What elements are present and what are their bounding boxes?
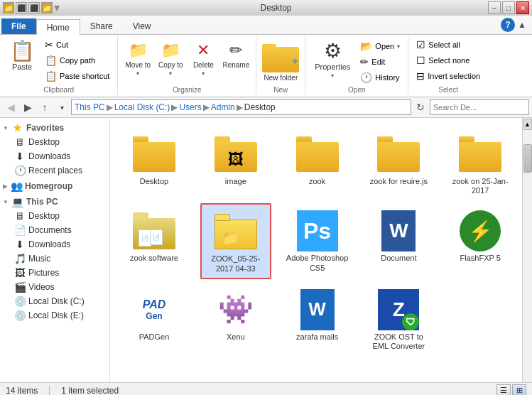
flashfxp-icon: ⚡ [457,208,503,254]
cut-button[interactable]: ✂ Cut [41,38,113,52]
copy-to-icon: 📁 [161,41,180,60]
open-btn-stack: ⚙ Properties ▾ [310,38,355,80]
sidebar-thispc-localdiskc[interactable]: 💿 Local Disk (C:) [0,294,109,308]
sidebar-item-recent[interactable]: 🕐 Recent places [0,163,109,178]
crumb-localdisk[interactable]: Local Disk (C:) [114,102,170,112]
close-button[interactable]: ✕ [516,1,529,14]
help-button[interactable]: ? [501,18,515,32]
file-item-zarafa[interactable]: W zarafa mails [282,282,353,356]
file-item-flashfxp[interactable]: ⚡ FlashFXP 5 [445,203,516,278]
list-view-button[interactable]: ☰ [496,384,511,396]
tab-home[interactable]: Home [36,19,80,35]
file-item-xenu[interactable]: 👾 Xenu [200,282,271,356]
file-item-document[interactable]: W Document [363,203,434,278]
recent-locations-button[interactable]: ▾ [54,99,70,115]
sidebar-thispc-videos[interactable]: 🎬 Videos [0,280,109,294]
paste-shortcut-button[interactable]: 📋 Paste shortcut [41,69,113,83]
zarafa-file-label: zarafa mails [296,332,338,342]
sidebar-thispc-desktop[interactable]: 🖥 Desktop [0,209,109,223]
file-item-zook-ost[interactable]: Z 🛡 ZOOK OST to EML Converter [363,282,434,356]
collapse-ribbon-button[interactable]: ▲ [515,18,529,32]
quick-access-folder[interactable]: 📁 [41,2,53,13]
ribbon-tabs: File Home Share View [0,16,161,34]
scroll-thumb[interactable] [523,144,532,173]
file-item-desktop[interactable]: Desktop [119,126,190,200]
sidebar-thispc-documents[interactable]: 📄 Documents [0,223,109,237]
customize-arrow[interactable]: ▾ [54,2,60,13]
sep-4: ▶ [237,102,243,112]
crumb-admin[interactable]: Admin [211,102,235,112]
ribbon-group-open: ⚙ Properties ▾ 📂 Open ▾ ✏ Edit [305,36,408,95]
content-scrollbar[interactable]: ▲ [522,118,532,382]
sidebar-homegroup-label: Homegroup [25,181,72,191]
tab-view[interactable]: View [123,18,161,34]
properties-button[interactable]: ⚙ Properties ▾ [310,38,355,80]
tab-file[interactable]: File [1,18,36,34]
select-btns: ☑ Select all ☐ Select none ⊟ Invert sele… [413,38,484,83]
select-all-button[interactable]: ☑ Select all [413,38,484,52]
favorites-expand-arrow: ▼ [3,125,9,131]
title-bar: 📁 ⬛ ⬛ 📁 ▾ Desktop − □ ✕ [0,0,532,16]
quick-access-2[interactable]: ⬛ [28,2,40,13]
sidebar-homegroup-header[interactable]: ▶ 👥 Homegroup [0,179,109,193]
refresh-button[interactable]: ↻ [413,99,428,115]
maximize-button[interactable]: □ [502,1,515,14]
document-file-label: Document [381,254,416,263]
address-bar[interactable]: This PC ▶ Local Disk (C:) ▶ Users ▶ Admi… [71,99,411,115]
sidebar-thispc-localdiskie[interactable]: 💿 Local Disk (E:) [0,308,109,323]
padgen-file-label: PADGen [139,332,170,342]
crumb-thispc[interactable]: This PC [75,102,105,112]
history-button[interactable]: 🕐 History [357,70,403,85]
xenu-file-label: Xenu [227,332,245,342]
forward-button[interactable]: ▶ [20,99,36,115]
move-to-button[interactable]: 📁 Move to ▾ [122,38,153,85]
sep-1: ▶ [107,102,113,112]
localdiskc-label: Local Disk (C:) [28,296,85,306]
copy-path-button[interactable]: 📋 Copy path [41,53,113,67]
open-button[interactable]: 📂 Open ▾ [357,39,403,53]
file-item-image[interactable]: 🖼 image [200,126,271,200]
sidebar-thispc-pictures[interactable]: 🖼 Pictures [0,266,109,280]
paste-label: Paste [12,63,32,71]
edit-button[interactable]: ✏ Edit [357,55,403,69]
status-divider [49,386,50,396]
file-item-zook-software[interactable]: 📄 📄 zook software [119,203,190,278]
rename-button[interactable]: ✏ Rename [220,38,251,85]
scroll-up-button[interactable]: ▲ [523,119,532,130]
back-button[interactable]: ◀ [3,99,18,115]
zarafa-icon: W [295,287,340,332]
sidebar-item-downloads[interactable]: ⬇ Downloads [0,149,109,163]
file-item-zook[interactable]: zook [282,126,353,200]
search-input[interactable] [433,103,531,112]
invert-selection-button[interactable]: ⊟ Invert selection [413,69,484,83]
open-label: Open [375,42,394,50]
file-item-photoshop[interactable]: Ps Adobe Photoshop CS5 [282,203,353,278]
zook-ost-icon: Z 🛡 [376,287,421,332]
sidebar-thispc-music[interactable]: 🎵 Music [0,251,109,266]
sidebar-item-desktop[interactable]: 🖥 Desktop [0,135,109,149]
ribbon-content: 📋 Paste ✂ Cut 📋 Copy path 📋 Paste shortc… [0,34,532,97]
tab-share[interactable]: Share [80,18,123,34]
copy-to-button[interactable]: 📁 Copy to ▾ [155,38,186,85]
quick-access-1[interactable]: ⬛ [16,2,27,13]
sidebar-thispc-downloads[interactable]: ⬇ Downloads [0,237,109,251]
delete-button[interactable]: ✕ Delete ▾ [188,38,219,85]
downloads-icon: ⬇ [14,151,26,162]
file-item-zook-reuire[interactable]: zook for reuire.js [363,126,434,200]
grid-view-button[interactable]: ⊞ [512,384,526,396]
select-none-button[interactable]: ☐ Select none [413,53,484,67]
sidebar-thispc-label: This PC [26,197,58,207]
file-item-padgen[interactable]: PAD Gen PADGen [119,282,190,356]
paste-button[interactable]: 📋 Paste [4,38,40,85]
file-item-zook-jan[interactable]: zook on 25-Jan-2017 [445,126,516,200]
minimize-button[interactable]: − [488,1,501,14]
crumb-users[interactable]: Users [179,102,201,112]
new-folder-button[interactable]: + New folder [261,38,300,85]
search-box[interactable]: 🔍 [430,99,529,115]
music-icon: 🎵 [14,253,26,264]
window-icon: 📁 [3,2,14,13]
file-item-zook-selected[interactable]: 📁 ZOOK_05-25-2017 04-33 [200,203,271,278]
up-button[interactable]: ↑ [37,99,53,115]
crumb-desktop: Desktop [244,102,276,112]
zook-software-file-label: zook software [130,254,178,263]
